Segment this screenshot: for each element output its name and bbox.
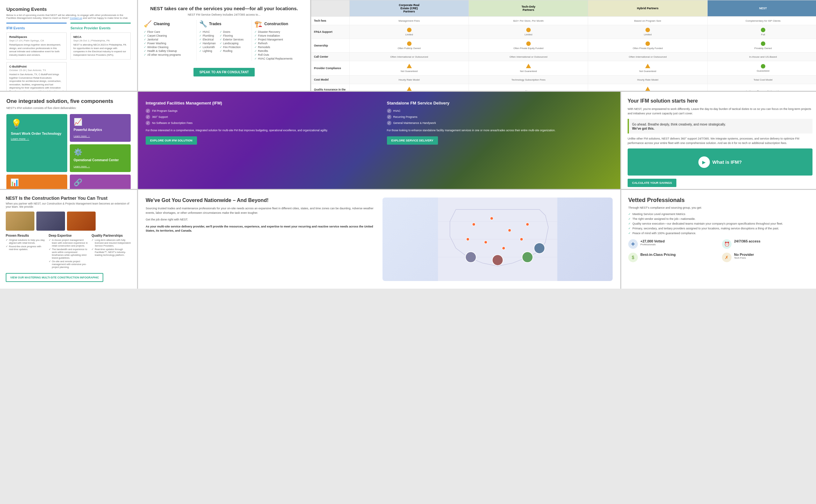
ifm-left-desc: For those interested in a comprehensive,… (146, 128, 372, 133)
isp-icon: 🔗 (74, 178, 127, 187)
event-desc-retailspaces: RetailSpaces brings together store devel… (9, 43, 64, 57)
proven-results-col: Proven Results ✓Original solutions to he… (6, 234, 46, 269)
table-header-hybrid: Hybrid Partners (588, 0, 707, 17)
construction-services-col: 🏗️ Construction ✓Disaster Recovery ✓Fixt… (254, 20, 304, 61)
smart-workorder-card: 💡 Smart Work Order Technology Learn more… (6, 114, 67, 172)
event-title-retailspaces: RetailSpaces (9, 35, 64, 39)
cleaning-col: 🧹 Cleaning ✓Floor Care ✓Carpet Cleaning … (144, 20, 194, 61)
row-cre-callcenter: Often International or Outsourced (350, 53, 469, 61)
row-cre-quality: Through Provider Base (350, 84, 469, 91)
event-date-neca: Sept 28-Oct 1 | Philadelphia, PA (73, 39, 128, 42)
view-infographic-button[interactable]: VIEW OUR MASTERING MULTI-SITE CONSTRUCTI… (6, 273, 103, 282)
stat-val-access: 24/7/365 access (734, 239, 761, 243)
events-columns: IFM Events RetailSpaces Sept 17-19 | Pal… (6, 23, 131, 91)
stat-text-professionals: +27,000 Vetted Professionals (640, 239, 665, 246)
table-row-compliance: Provider Compliance Not Guaranteed Not G… (311, 61, 816, 76)
svg-point-5 (472, 223, 475, 226)
stat-val-no-fees: No Provider (734, 253, 754, 256)
five-comp-title: One integrated solution, five components (6, 98, 131, 104)
row-label-compliance: Provider Compliance (311, 61, 350, 76)
proven-item2: ✓Round-the-clock progress with real-time… (6, 245, 46, 251)
nationwide-left: We've Got You Covered Nationwide – And B… (146, 198, 376, 281)
row-cre-compliance: Not Guaranteed (350, 61, 469, 76)
row-nest-fpa: Full (707, 25, 816, 39)
play-button-icon[interactable]: ▶ (698, 156, 710, 168)
stat-icon-professionals: ✚ (628, 239, 638, 249)
smart-workorder-icon: 💡 (11, 119, 63, 129)
construction-images (6, 212, 131, 231)
upcoming-events-cell: Upcoming Events Below is a list of upcom… (0, 0, 137, 91)
svg-point-8 (526, 223, 529, 226)
expertise-item2: ✓The bandwidth and experience to work wi… (49, 248, 89, 259)
stat-no-fees: ✗ No Provider Tech Fees (722, 253, 812, 262)
video-thumbnail[interactable]: ▶ What is IFM? (628, 148, 812, 176)
command-center-link[interactable]: Learn more → (74, 165, 90, 168)
vetted-title: Vetted Professionals (628, 197, 812, 204)
financial-icon: 📊 (10, 178, 63, 187)
stat-lbl-professionals: Professionals (640, 243, 665, 246)
ifm-check2: ✓ 360° Support (146, 115, 372, 119)
nationwide-map (382, 198, 613, 281)
ifm-explore-button[interactable]: EXPLORE OUR IFM SOLUTION (146, 136, 197, 145)
nationwide-desc3: As your multi-site service delivery prov… (146, 225, 376, 233)
financial-card: 📊 Financial Consulting Learn more → (6, 175, 67, 189)
vetted-cell: Vetted Professionals Through NEST's comp… (621, 190, 816, 289)
svg-point-10 (502, 247, 505, 249)
smart-workorder-title: Smart Work Order Technology (11, 132, 63, 135)
construction-title: Construction (264, 22, 288, 26)
stat-text-access: 24/7/365 access (734, 239, 761, 243)
contact-link[interactable]: Contact us (70, 17, 82, 19)
stat-lbl-no-fees: Tech Fees (734, 256, 754, 259)
svg-point-15 (522, 252, 533, 263)
svg-point-6 (490, 217, 493, 220)
five-comp-desc: NEST's IFM solution consists of five cli… (6, 106, 131, 110)
proven-results-title: Proven Results (6, 234, 46, 237)
svg-point-13 (466, 252, 476, 263)
stat-val-pricing: Best-in-Class Pricing (640, 253, 676, 256)
standalone-check2: ✓ Recurring Programs (387, 115, 613, 119)
comparison-table: Corporate RealEstate (CRE)Partners Tech-… (311, 0, 816, 91)
page-grid: Upcoming Events Below is a list of upcom… (0, 0, 816, 289)
nationwide-title: We've Got You Covered Nationwide – And B… (146, 198, 376, 203)
smart-workorder-link[interactable]: Learn more → (11, 137, 63, 140)
event-desc-cbuildpoint: Hosted in San Antonio, TX, C-BuildPoint … (9, 73, 64, 91)
construction-desc: When you partner with NEST, our Construc… (6, 202, 131, 208)
row-hybrid-ownership: Often Private Equity Funded (588, 39, 707, 53)
row-hybrid-tech-fees: Based on Program Size (588, 17, 707, 25)
row-label-fpa: FP&A Support (311, 25, 350, 39)
ifm-events-col: IFM Events RetailSpaces Sept 17-19 | Pal… (6, 23, 67, 91)
const-img-2 (36, 212, 65, 231)
quality-partnerships-title: Quality Partnerships (91, 234, 131, 237)
event-cbuildpoint: C-BuildPoint October 15-18 | San Antonio… (6, 62, 67, 91)
speak-fm-button[interactable]: SPEAK TO AN FM CONSULTANT (193, 68, 254, 76)
event-retailspaces: RetailSpaces Sept 17-19 | Palm Springs, … (6, 32, 67, 60)
row-nest-tech-fees: Complementary for ISP Clients (707, 17, 816, 25)
const-img-3 (67, 212, 96, 231)
svg-point-12 (466, 238, 469, 241)
row-cre-costmodel: Hourly Rate Model (350, 76, 469, 84)
stat-icon-no-fees: ✗ (722, 253, 732, 262)
event-date-cbuildpoint: October 15-18 | San Antonio, TX (9, 69, 64, 72)
table-header-nest: NEST (707, 0, 816, 17)
event-title-neca: NECA (73, 35, 128, 39)
calculate-savings-button[interactable]: CALCULATE YOUR SAVINGS (628, 179, 676, 187)
row-hybrid-quality: Through Provider Base (588, 84, 707, 91)
table-row-costmodel: Cost Model Hourly Rate Model Technology … (311, 76, 816, 84)
ifm-solution-desc: With NEST, you're empowered to work diff… (628, 107, 812, 116)
ifm-delivery-wrapper: Integrated Facilities Management (IFM) ✓… (138, 92, 620, 189)
cleaning-items: ✓Floor Care ✓Carpet Cleaning ✓Janitorial… (144, 30, 194, 56)
divider2 (251, 20, 252, 61)
standalone-explore-button[interactable]: EXPLORE SERVICE DELIVERY (387, 136, 438, 145)
nationwide-desc2: Get the job done right with NEST. (146, 218, 376, 222)
ifm-highlight1: Go ahead. Breathe deeply, think creative… (632, 122, 809, 127)
ifm-check1: ✓ FM Program Savings (146, 109, 372, 113)
comparison-table-cell: Corporate RealEstate (CRE)Partners Tech-… (311, 0, 816, 91)
row-cre-tech-fees: Management Fees (350, 17, 469, 25)
row-label-ownership: Ownership (311, 39, 350, 53)
event-title-cbuildpoint: C-BuildPoint (9, 65, 64, 68)
stat-text-no-fees: No Provider Tech Fees (734, 253, 754, 259)
standalone-check3: ✓ General Maintenance & Handywork (387, 121, 613, 125)
analytics-link[interactable]: Learn more → (74, 135, 90, 138)
vetted-feat-3: ✓Quality service execution—our dedicated… (628, 222, 812, 225)
command-center-icon: ⚙️ (74, 148, 127, 156)
